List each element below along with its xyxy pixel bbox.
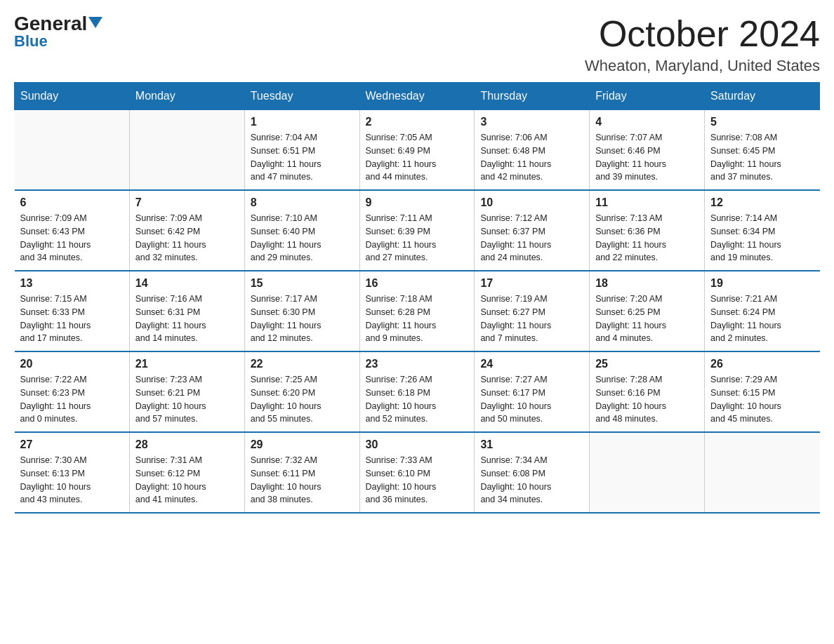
day-info: Sunrise: 7:08 AM Sunset: 6:45 PM Dayligh… — [710, 131, 814, 184]
day-info: Sunrise: 7:32 AM Sunset: 6:11 PM Dayligh… — [251, 454, 354, 507]
day-number: 21 — [135, 358, 239, 370]
header-day-wednesday: Wednesday — [359, 83, 475, 110]
day-info: Sunrise: 7:19 AM Sunset: 6:27 PM Dayligh… — [480, 293, 583, 345]
day-number: 5 — [710, 116, 814, 128]
day-number: 25 — [595, 358, 699, 370]
day-info: Sunrise: 7:15 AM Sunset: 6:33 PM Dayligh… — [20, 293, 124, 345]
day-info: Sunrise: 7:06 AM Sunset: 6:48 PM Dayligh… — [480, 131, 583, 184]
calendar-header: SundayMondayTuesdayWednesdayThursdayFrid… — [15, 83, 820, 110]
day-info: Sunrise: 7:12 AM Sunset: 6:37 PM Dayligh… — [480, 212, 583, 264]
day-info: Sunrise: 7:13 AM Sunset: 6:36 PM Dayligh… — [595, 212, 699, 264]
logo-blue-text: Blue — [14, 34, 48, 49]
day-info: Sunrise: 7:07 AM Sunset: 6:46 PM Dayligh… — [595, 131, 699, 184]
calendar-cell: 5Sunrise: 7:08 AM Sunset: 6:45 PM Daylig… — [705, 110, 820, 191]
location-title: Wheaton, Maryland, United States — [585, 57, 820, 75]
day-number: 30 — [366, 438, 469, 451]
day-number: 11 — [595, 196, 699, 209]
calendar-cell: 26Sunrise: 7:29 AM Sunset: 6:15 PM Dayli… — [705, 351, 820, 432]
day-number: 3 — [480, 116, 583, 128]
day-number: 27 — [20, 438, 124, 451]
day-number: 31 — [480, 438, 583, 451]
header-day-tuesday: Tuesday — [244, 83, 359, 110]
calendar-cell: 29Sunrise: 7:32 AM Sunset: 6:11 PM Dayli… — [244, 432, 359, 513]
calendar-cell — [129, 110, 244, 191]
logo: General Blue — [14, 14, 102, 49]
calendar-cell: 8Sunrise: 7:10 AM Sunset: 6:40 PM Daylig… — [244, 190, 359, 271]
day-number: 22 — [251, 358, 354, 370]
calendar-cell: 15Sunrise: 7:17 AM Sunset: 6:30 PM Dayli… — [244, 271, 359, 351]
header-day-sunday: Sunday — [15, 83, 130, 110]
calendar-cell: 22Sunrise: 7:25 AM Sunset: 6:20 PM Dayli… — [244, 351, 359, 432]
calendar-cell: 9Sunrise: 7:11 AM Sunset: 6:39 PM Daylig… — [359, 190, 475, 271]
day-number: 8 — [251, 196, 354, 209]
calendar-cell: 14Sunrise: 7:16 AM Sunset: 6:31 PM Dayli… — [129, 271, 244, 351]
day-number: 26 — [710, 358, 814, 370]
calendar-cell: 20Sunrise: 7:22 AM Sunset: 6:23 PM Dayli… — [15, 351, 130, 432]
calendar-cell: 7Sunrise: 7:09 AM Sunset: 6:42 PM Daylig… — [129, 190, 244, 271]
calendar-cell: 21Sunrise: 7:23 AM Sunset: 6:21 PM Dayli… — [129, 351, 244, 432]
calendar-cell: 23Sunrise: 7:26 AM Sunset: 6:18 PM Dayli… — [359, 351, 475, 432]
day-info: Sunrise: 7:23 AM Sunset: 6:21 PM Dayligh… — [135, 373, 239, 426]
calendar-cell — [15, 110, 130, 191]
calendar-cell — [705, 432, 820, 513]
calendar-body: 1Sunrise: 7:04 AM Sunset: 6:51 PM Daylig… — [15, 110, 820, 514]
calendar-cell: 25Sunrise: 7:28 AM Sunset: 6:16 PM Dayli… — [590, 351, 705, 432]
header-day-saturday: Saturday — [705, 83, 820, 110]
calendar-cell: 19Sunrise: 7:21 AM Sunset: 6:24 PM Dayli… — [705, 271, 820, 351]
logo-triangle-icon — [88, 17, 102, 28]
week-row-3: 13Sunrise: 7:15 AM Sunset: 6:33 PM Dayli… — [15, 271, 820, 351]
day-number: 19 — [710, 277, 814, 290]
day-number: 28 — [135, 438, 239, 451]
day-number: 6 — [20, 196, 124, 209]
day-info: Sunrise: 7:09 AM Sunset: 6:42 PM Dayligh… — [135, 212, 239, 264]
day-info: Sunrise: 7:30 AM Sunset: 6:13 PM Dayligh… — [20, 454, 124, 507]
day-info: Sunrise: 7:27 AM Sunset: 6:17 PM Dayligh… — [480, 373, 583, 426]
calendar-cell: 1Sunrise: 7:04 AM Sunset: 6:51 PM Daylig… — [244, 110, 359, 191]
week-row-4: 20Sunrise: 7:22 AM Sunset: 6:23 PM Dayli… — [15, 351, 820, 432]
day-info: Sunrise: 7:33 AM Sunset: 6:10 PM Dayligh… — [366, 454, 469, 507]
calendar-cell: 24Sunrise: 7:27 AM Sunset: 6:17 PM Dayli… — [475, 351, 590, 432]
day-number: 13 — [20, 277, 124, 290]
calendar-cell: 27Sunrise: 7:30 AM Sunset: 6:13 PM Dayli… — [15, 432, 130, 513]
day-number: 16 — [366, 277, 469, 290]
calendar-cell: 13Sunrise: 7:15 AM Sunset: 6:33 PM Dayli… — [15, 271, 130, 351]
day-info: Sunrise: 7:29 AM Sunset: 6:15 PM Dayligh… — [710, 373, 814, 426]
day-number: 29 — [251, 438, 354, 451]
day-number: 14 — [135, 277, 239, 290]
day-number: 23 — [366, 358, 469, 370]
day-number: 2 — [366, 116, 469, 128]
header-day-monday: Monday — [129, 83, 244, 110]
day-info: Sunrise: 7:16 AM Sunset: 6:31 PM Dayligh… — [135, 293, 239, 345]
day-number: 12 — [710, 196, 814, 209]
calendar-cell: 16Sunrise: 7:18 AM Sunset: 6:28 PM Dayli… — [359, 271, 475, 351]
header-row: SundayMondayTuesdayWednesdayThursdayFrid… — [15, 83, 820, 110]
day-info: Sunrise: 7:25 AM Sunset: 6:20 PM Dayligh… — [251, 373, 354, 426]
day-info: Sunrise: 7:11 AM Sunset: 6:39 PM Dayligh… — [366, 212, 469, 264]
day-number: 1 — [251, 116, 354, 128]
month-title: October 2024 — [585, 14, 820, 54]
calendar-table: SundayMondayTuesdayWednesdayThursdayFrid… — [14, 82, 820, 514]
calendar-cell — [590, 432, 705, 513]
day-info: Sunrise: 7:10 AM Sunset: 6:40 PM Dayligh… — [251, 212, 354, 264]
day-info: Sunrise: 7:28 AM Sunset: 6:16 PM Dayligh… — [595, 373, 699, 426]
calendar-cell: 2Sunrise: 7:05 AM Sunset: 6:49 PM Daylig… — [359, 110, 475, 191]
day-number: 20 — [20, 358, 124, 370]
day-info: Sunrise: 7:26 AM Sunset: 6:18 PM Dayligh… — [366, 373, 469, 426]
day-number: 4 — [595, 116, 699, 128]
calendar-cell: 3Sunrise: 7:06 AM Sunset: 6:48 PM Daylig… — [475, 110, 590, 191]
day-number: 24 — [480, 358, 583, 370]
week-row-2: 6Sunrise: 7:09 AM Sunset: 6:43 PM Daylig… — [15, 190, 820, 271]
calendar-cell: 11Sunrise: 7:13 AM Sunset: 6:36 PM Dayli… — [590, 190, 705, 271]
page-header: General Blue October 2024 Wheaton, Maryl… — [14, 14, 820, 75]
calendar-cell: 6Sunrise: 7:09 AM Sunset: 6:43 PM Daylig… — [15, 190, 130, 271]
day-info: Sunrise: 7:17 AM Sunset: 6:30 PM Dayligh… — [251, 293, 354, 345]
day-info: Sunrise: 7:14 AM Sunset: 6:34 PM Dayligh… — [710, 212, 814, 264]
day-info: Sunrise: 7:05 AM Sunset: 6:49 PM Dayligh… — [366, 131, 469, 184]
logo-general-text: General — [14, 14, 102, 34]
day-info: Sunrise: 7:04 AM Sunset: 6:51 PM Dayligh… — [251, 131, 354, 184]
calendar-cell: 12Sunrise: 7:14 AM Sunset: 6:34 PM Dayli… — [705, 190, 820, 271]
day-info: Sunrise: 7:09 AM Sunset: 6:43 PM Dayligh… — [20, 212, 124, 264]
day-number: 7 — [135, 196, 239, 209]
title-block: October 2024 Wheaton, Maryland, United S… — [585, 14, 820, 75]
day-number: 18 — [595, 277, 699, 290]
